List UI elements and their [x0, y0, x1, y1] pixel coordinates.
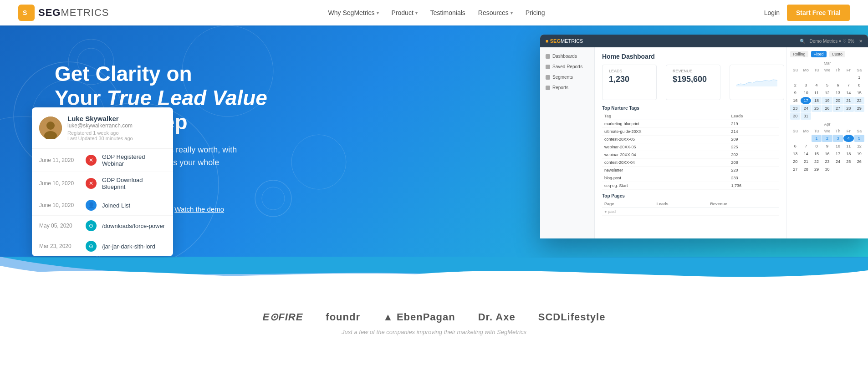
top-pages-table: Page Leads Revenue ● paid: [602, 200, 779, 216]
profile-event-item: June 10, 2020 👤 Joined List: [32, 195, 173, 216]
nav-testimonials[interactable]: Testimonials: [430, 9, 465, 16]
profile-event-item: Mar 23, 2020 ⊙ /jar-jar-dark-sith-lord: [32, 236, 173, 256]
sidebar-item-saved-reports[interactable]: Saved Reports: [540, 61, 594, 72]
hero-section: Get Clarity on Your True Lead Value at E…: [0, 25, 868, 258]
profile-header: Luke Skywalker luke@skywalkerranch.com R…: [32, 107, 173, 149]
revenue-metric: Revenue $195,600: [666, 65, 720, 100]
calendar-header: Rolling Fixed Custo: [790, 51, 864, 57]
profile-event-item: June 10, 2020 ✕ GDP Download Blueprint: [32, 172, 173, 195]
nurture-tags-table: Tag Leads marketing-blueprint219ultimate…: [602, 112, 779, 190]
nurture-tags-section: Top Nurture Tags Tag Leads marketing-blu…: [602, 106, 779, 190]
table-row: webinar-20XX-04202: [602, 151, 779, 159]
calendar-month-apr: Apr: [790, 122, 864, 127]
table-row: webinar-20XX-05225: [602, 143, 779, 151]
dashboard-topbar: ■ SEGMETRICS 🔍 Demo Metrics ▾ ♡ 0% ✕: [540, 35, 868, 47]
table-row: contest-20XX-05209: [602, 136, 779, 143]
sidebar-item-segments[interactable]: Segments: [540, 72, 594, 82]
calendar-grid-apr: Su Mo Tu We Th Fr Sa 1 2 3 4 5: [790, 128, 864, 173]
event-type-icon: 👤: [86, 200, 97, 211]
brand-scdlifestyle: SCDLifestyle: [538, 311, 606, 323]
custom-option[interactable]: Custo: [829, 51, 846, 57]
start-free-trial-button[interactable]: Start Free Trial: [787, 5, 850, 21]
chevron-down-icon: ▾: [511, 10, 513, 15]
table-row: seq-eg: Start1,736: [602, 182, 779, 190]
table-row: ultimate-guide-20XX214: [602, 128, 779, 136]
profile-updated: Last Updated 30 minutes ago: [67, 136, 166, 141]
social-proof: E⊙FIRE foundr ▲ EbenPagan Dr. Axe SCDLif…: [0, 293, 868, 358]
profile-card: Luke Skywalker luke@skywalkerranch.com R…: [32, 107, 173, 256]
login-link[interactable]: Login: [764, 9, 780, 16]
segments-icon: [546, 75, 550, 80]
profile-email: luke@skywalkerranch.com: [67, 122, 166, 129]
event-date: June 10, 2020: [39, 180, 80, 187]
profile-events: June 11, 2020 ✕ GDP Registered Webinar J…: [32, 149, 173, 256]
top-pages-section: Top Pages Page Leads Revenue: [602, 193, 779, 216]
logo-icon: S: [18, 5, 35, 21]
dashboard-metrics: Leads 1,230 Revenue $195,600: [602, 65, 779, 100]
profile-registered: Registered 1 week ago: [67, 130, 166, 136]
brand-eofire: E⊙FIRE: [263, 311, 303, 323]
calendar-grid-mar: Su Mo Tu We Th Fr Sa 1: [790, 67, 864, 120]
dashboard-icon: [546, 54, 550, 59]
social-caption: Just a few of the companies improving th…: [342, 329, 526, 335]
profile-event-item: May 05, 2020 ⊙ /downloads/force-power: [32, 216, 173, 236]
nav-pricing[interactable]: Pricing: [526, 9, 545, 16]
event-label: /jar-jar-dark-sith-lord: [102, 243, 155, 250]
brand-foundr: foundr: [326, 311, 360, 323]
dashboard-mockup: ■ SEGMETRICS 🔍 Demo Metrics ▾ ♡ 0% ✕ Das…: [540, 35, 868, 238]
saved-reports-icon: [546, 65, 550, 69]
chevron-down-icon: ▾: [377, 10, 379, 15]
table-row: ● paid: [602, 208, 779, 216]
nav-resources[interactable]: Resources ▾: [478, 9, 513, 16]
fixed-option[interactable]: Fixed: [811, 51, 827, 57]
event-date: May 05, 2020: [39, 223, 80, 229]
profile-info: Luke Skywalker luke@skywalkerranch.com R…: [67, 115, 166, 141]
nav-product[interactable]: Product ▾: [392, 9, 418, 16]
event-type-icon: ⊙: [86, 220, 97, 231]
sidebar-item-reports[interactable]: Reports: [540, 82, 594, 93]
table-row: contest-20XX-04208: [602, 159, 779, 167]
calendar-month-mar: Mar: [790, 61, 864, 66]
brand-logos: E⊙FIRE foundr ▲ EbenPagan Dr. Axe SCDLif…: [263, 311, 606, 323]
svg-text:S: S: [23, 9, 27, 16]
logo-text: SEGMETRICS: [38, 7, 109, 19]
reports-icon: [546, 86, 550, 90]
nav-why-segmetrics[interactable]: Why SegMetrics ▾: [328, 9, 379, 16]
leads-metric: Leads 1,230: [602, 65, 657, 100]
event-type-icon: ✕: [86, 178, 97, 189]
rolling-option[interactable]: Rolling: [790, 51, 808, 57]
brand-ebenpagan: ▲ EbenPagan: [383, 311, 455, 323]
event-date: June 11, 2020: [39, 157, 80, 163]
event-date: June 10, 2020: [39, 202, 80, 208]
nav-actions: Login Start Free Trial: [764, 5, 850, 21]
table-row: marketing-blueprint219: [602, 120, 779, 128]
chart-metric: [730, 65, 784, 100]
table-row: newsletter220: [602, 167, 779, 174]
dashboard-main: Home Dashboard Leads 1,230 Revenue $195,…: [595, 47, 786, 238]
wave-section: E⊙FIRE foundr ▲ EbenPagan Dr. Axe SCDLif…: [0, 257, 868, 358]
dash-logo: ■ SEGMETRICS: [546, 38, 583, 44]
dash-topbar-controls: 🔍 Demo Metrics ▾ ♡ 0% ✕: [800, 39, 863, 44]
chevron-down-icon: ▾: [415, 10, 418, 15]
table-row: blog-post233: [602, 174, 779, 182]
dashboard-body: Dashboards Saved Reports Segments Report…: [540, 47, 868, 238]
event-label: GDP Download Blueprint: [102, 177, 166, 190]
svg-point-13: [46, 122, 55, 130]
dashboard-window: ■ SEGMETRICS 🔍 Demo Metrics ▾ ♡ 0% ✕ Das…: [540, 35, 868, 238]
event-type-icon: ✕: [86, 155, 97, 166]
event-type-icon: ⊙: [86, 241, 97, 252]
avatar: [39, 117, 62, 139]
nav-links: Why SegMetrics ▾ Product ▾ Testimonials …: [328, 9, 545, 16]
event-label: GDP Registered Webinar: [102, 153, 166, 167]
wave-svg: [0, 257, 868, 293]
watch-demo-link[interactable]: Watch the demo: [174, 205, 224, 213]
svg-point-6: [291, 135, 346, 189]
profile-name: Luke Skywalker: [67, 115, 166, 122]
nav-logo[interactable]: S SEGMETRICS: [18, 5, 109, 21]
navbar: S SEGMETRICS Why SegMetrics ▾ Product ▾ …: [0, 0, 868, 25]
dashboard-title: Home Dashboard: [602, 53, 779, 60]
event-label: /downloads/force-power: [102, 223, 165, 229]
event-date: Mar 23, 2020: [39, 243, 80, 249]
calendar-panel: Rolling Fixed Custo Mar Su Mo Tu We Th F…: [786, 47, 868, 238]
sidebar-item-dashboards[interactable]: Dashboards: [540, 51, 594, 61]
